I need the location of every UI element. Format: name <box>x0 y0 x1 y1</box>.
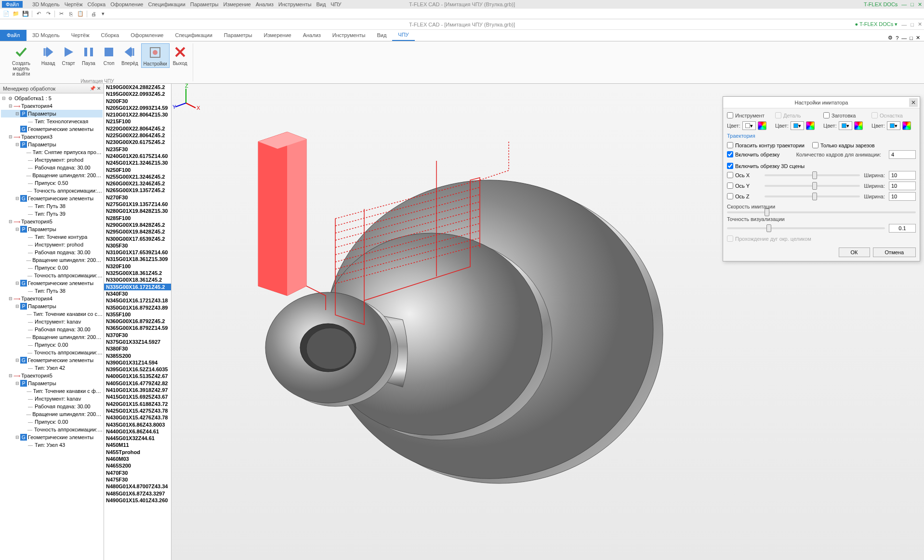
tree-item[interactable]: ⊟PПараметры <box>1 379 103 387</box>
tree-item[interactable]: —Припуск: 0.50 <box>1 179 103 187</box>
ribbon-btn-старт[interactable]: Старт <box>59 43 78 67</box>
tree-item[interactable]: ⊟GГеометрические элементы <box>1 356 103 364</box>
tree-item[interactable]: —Вращение шпинделя: 200.00 об/ми <box>1 171 103 179</box>
ribbon-btn-выход[interactable]: Выход <box>171 43 190 67</box>
tree-item[interactable]: —Вращение шпинделя: 200.00 об/ми <box>1 410 103 418</box>
tree-item[interactable]: —Инструмент: kanav <box>1 318 103 326</box>
gcode-line[interactable]: N265G00X19.1357Z45.2 <box>104 187 171 194</box>
axis-checkbox[interactable]: Ось Y <box>727 182 761 189</box>
gcode-line[interactable]: N360G00X16.8792Z45.2 <box>104 318 171 325</box>
ribbon-help-icon[interactable]: ? <box>896 35 898 41</box>
tree-item[interactable]: ⊟GГеометрические элементы <box>1 433 103 441</box>
ribbon-tab-design[interactable]: Оформление <box>125 29 169 41</box>
qat-more-icon[interactable]: ▾ <box>99 10 107 18</box>
expander-icon[interactable]: ⊟ <box>14 435 20 440</box>
secondary-menu-item[interactable]: Вид <box>316 1 326 7</box>
gcode-line[interactable]: N215F100 <box>104 118 171 125</box>
gcode-line[interactable]: N250F100 <box>104 167 171 173</box>
gcode-line[interactable]: N485G01X6.87Z43.3297 <box>104 490 171 497</box>
gcode-line[interactable]: N195G00X22.0993Z45.2 <box>104 91 171 97</box>
gcode-line[interactable]: N345G01X16.1721Z43.18 <box>104 297 171 304</box>
tree-item[interactable]: —Рабочая подача: 30.00 <box>1 403 103 410</box>
gcode-line[interactable]: N235F30 <box>104 146 171 153</box>
ribbon-tab-view[interactable]: Вид <box>371 29 392 41</box>
gcode-line[interactable]: N240G01X20.6175Z14.60 <box>104 153 171 159</box>
gcode-line[interactable]: N450M11 <box>104 442 171 448</box>
tree-item[interactable]: ⊟PПараметры <box>1 110 103 117</box>
pin-icon[interactable]: 📌 ✕ <box>90 86 101 91</box>
file-menu-small[interactable]: Файл <box>2 1 23 8</box>
axis-slider[interactable] <box>765 174 860 176</box>
axis-slider[interactable] <box>765 185 860 187</box>
tree-item[interactable]: ⊟GГеометрические элементы <box>1 279 103 287</box>
tree-item[interactable]: —Инструмент: prohod <box>1 241 103 248</box>
cb-enable-3d-clip[interactable]: Включить обрезку 3D сцены <box>727 163 916 169</box>
gcode-line[interactable]: N455Tprohod <box>104 449 171 456</box>
gcode-line[interactable]: N430G01X15.4276Z43.78 <box>104 414 171 421</box>
gcode-line[interactable]: N350G01X16.8792Z43.89 <box>104 304 171 311</box>
qat-paste-icon[interactable]: 📋 <box>76 10 85 18</box>
tree-item[interactable]: —Припуск: 0.00 <box>1 418 103 426</box>
gcode-line[interactable]: N330G00X18.361Z45.2 <box>104 276 171 283</box>
gcode-line[interactable]: N405G01X16.4779Z42.82 <box>104 380 171 387</box>
ribbon-btn-настройки[interactable]: Настройки <box>141 43 170 68</box>
qat-save-icon[interactable]: 💾 <box>21 10 30 18</box>
tree-item[interactable]: —Рабочая подача: 30.00 <box>1 164 103 171</box>
axis-checkbox[interactable]: Ось Z <box>727 193 761 199</box>
gcode-line[interactable]: N440G01X6.86Z44.61 <box>104 428 171 435</box>
tree-item[interactable]: GГеометрические элементы <box>1 125 103 133</box>
secondary-menu-item[interactable]: Спецификации <box>148 1 185 7</box>
gcode-line[interactable]: N470F30 <box>104 469 171 476</box>
window-max-small[interactable]: □ <box>911 1 914 7</box>
gcode-line[interactable]: N445G01X32Z44.61 <box>104 435 171 442</box>
expander-icon[interactable]: ⊟ <box>14 304 20 309</box>
tree-item[interactable]: —Тип: Технологическая <box>1 117 103 125</box>
cb-arc-pass[interactable]: Прохождение дуг окр. целиком <box>727 235 916 242</box>
speed-slider[interactable] <box>727 211 916 213</box>
gcode-line[interactable]: N480G01X4.87007Z43.34 <box>104 483 171 490</box>
ribbon-tab-drawing[interactable]: Чертёж <box>66 29 95 41</box>
section-checkbox[interactable] <box>775 112 781 118</box>
ribbon-gear-icon[interactable]: ⚙ <box>888 35 893 41</box>
gradient-picker-icon[interactable] <box>806 121 815 130</box>
tree-item[interactable]: —Инструмент: prohod <box>1 156 103 164</box>
gcode-line[interactable]: N410G01X16.3918Z42.97 <box>104 387 171 393</box>
tree-item[interactable]: ⊟GГеометрические элементы <box>1 195 103 202</box>
ribbon-tab-cnc[interactable]: ЧПУ <box>392 29 414 41</box>
tree-item[interactable]: —Вращение шпинделя: 200.00 об/ми <box>1 256 103 264</box>
tree-item[interactable]: —Тип: Узел 43 <box>1 441 103 449</box>
expander-icon[interactable]: ⊟ <box>1 96 7 101</box>
ribbon-tab-assembly[interactable]: Сборка <box>95 29 125 41</box>
ribbon-tab-tools[interactable]: Инструменты <box>327 29 371 41</box>
gcode-line[interactable]: N255G00X21.3246Z45.2 <box>104 173 171 180</box>
expander-icon[interactable]: ⊟ <box>8 296 13 301</box>
ribbon-btn-вперёд[interactable]: Вперёд <box>119 43 140 67</box>
tree-item[interactable]: ⊟⟿Траектория4 <box>1 102 103 110</box>
expander-icon[interactable]: ⊟ <box>8 104 13 108</box>
gcode-panel[interactable]: N190G00X24.2882Z45.2N195G00X22.0993Z45.2… <box>104 84 172 560</box>
expander-icon[interactable]: ⊟ <box>8 373 13 378</box>
axis-checkbox[interactable]: Ось X <box>727 172 761 178</box>
section-checkbox[interactable] <box>871 112 878 118</box>
window-min-small[interactable]: — <box>901 1 907 7</box>
gcode-line[interactable]: N465S200 <box>104 462 171 469</box>
gcode-line[interactable]: N335G00X16.1721Z45.2 <box>104 284 171 290</box>
tree-item[interactable]: —Инструмент: kanav <box>1 395 103 403</box>
tree-item[interactable]: ⊟⟿Траектория3 <box>1 133 103 141</box>
tree-item[interactable]: ⊟⚙Обработка1 : 5 <box>1 94 103 102</box>
gcode-line[interactable]: N370F30 <box>104 332 171 339</box>
gcode-line[interactable]: N210G01X22.8064Z15.30 <box>104 111 171 118</box>
gcode-line[interactable]: N220G00X22.8064Z45.2 <box>104 125 171 132</box>
gcode-line[interactable]: N310G01X17.6539Z14.60 <box>104 249 171 256</box>
gcode-line[interactable]: N190G00X24.2882Z45.2 <box>104 84 171 91</box>
gcode-line[interactable]: N290G00X19.8428Z45.2 <box>104 221 171 228</box>
color-select[interactable]: ▾ <box>742 121 756 130</box>
color-select[interactable]: ▾ <box>839 121 852 130</box>
frames-input[interactable] <box>889 150 916 159</box>
ribbon-tab-3dmodel[interactable]: 3D Модель <box>26 29 66 41</box>
secondary-menu-item[interactable]: Параметры <box>190 1 219 7</box>
cb-only-cuts[interactable]: Только кадры зарезов <box>812 142 875 148</box>
qat-undo-icon[interactable]: ↶ <box>34 10 43 18</box>
window-close-small[interactable]: ✕ <box>918 1 922 8</box>
processing-tree[interactable]: ⊟⚙Обработка1 : 5⊟⟿Траектория4⊟PПараметры… <box>0 93 104 560</box>
